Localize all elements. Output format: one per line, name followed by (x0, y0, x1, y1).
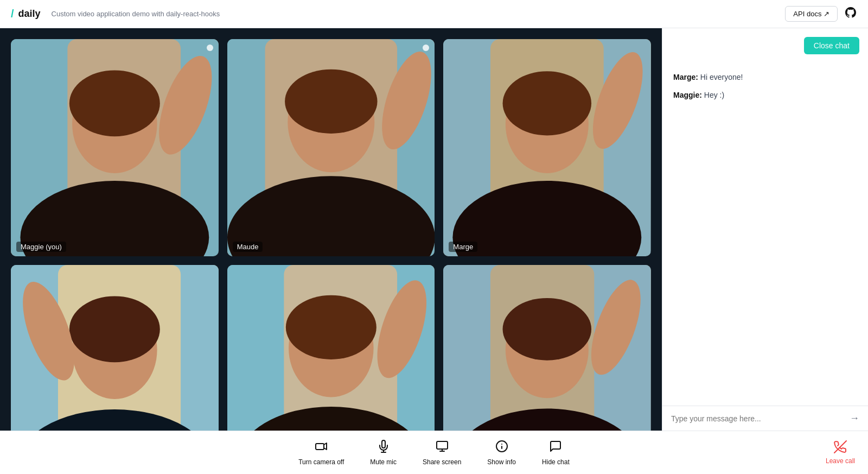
chat-sender-1: Marge: (673, 73, 700, 81)
chat-text-1: Hi everyone! (700, 73, 743, 81)
svg-rect-40 (437, 441, 448, 449)
person-svg-maude (227, 39, 435, 256)
mic-button[interactable]: Mute mic (370, 440, 397, 466)
svg-point-4 (69, 70, 160, 136)
share-screen-label: Share screen (423, 458, 461, 466)
video-label-marge: Marge (449, 242, 477, 252)
logo-slash: / (11, 8, 14, 20)
video-tile-bart: Bart (227, 265, 435, 431)
chat-message-2: Maggie: Hey :) (673, 90, 857, 101)
leave-call-button[interactable]: Leave call (826, 440, 855, 465)
header: /daily Custom video application demo wit… (0, 0, 868, 28)
show-info-label: Show info (487, 458, 516, 466)
chat-text-2: Hey :) (704, 91, 724, 99)
chat-panel: Close chat Marge: Hi everyone! Maggie: H… (662, 28, 868, 431)
chat-header: Close chat (662, 28, 868, 63)
video-bg-jeff (443, 265, 651, 431)
video-bg-marge (443, 39, 651, 256)
person-svg-jeff (443, 265, 651, 431)
share-screen-icon (436, 440, 449, 456)
video-bg-maude (227, 39, 435, 256)
video-bg-maggie (11, 39, 219, 256)
video-label-maggie: Maggie (you) (16, 242, 66, 252)
video-grid: Maggie (you) Maude (11, 39, 651, 431)
video-area: Maggie (you) Maude (0, 28, 662, 431)
toolbar-wrapper: Turn camera off Mute mic Share screen (0, 440, 868, 466)
github-icon (844, 6, 857, 19)
leave-call-icon (834, 440, 847, 455)
toolbar-right: Leave call (826, 440, 855, 465)
hide-chat-button[interactable]: Hide chat (542, 440, 570, 466)
share-screen-button[interactable]: Share screen (423, 440, 461, 466)
camera-label: Turn camera off (298, 458, 344, 466)
chat-messages: Marge: Hi everyone! Maggie: Hey :) (662, 63, 868, 406)
api-docs-button[interactable]: API docs ↗ (785, 6, 838, 22)
video-tile-maude: Maude (227, 39, 435, 256)
svg-rect-36 (316, 444, 324, 450)
leave-call-label: Leave call (826, 457, 855, 465)
dot-indicator-maggie (207, 45, 213, 51)
chat-input-area: → (662, 406, 868, 431)
camera-icon (315, 440, 328, 456)
close-chat-button[interactable]: Close chat (804, 37, 859, 54)
camera-button[interactable]: Turn camera off (298, 440, 344, 466)
header-subtitle: Custom video application demo with daily… (52, 10, 220, 18)
github-button[interactable] (844, 6, 857, 22)
mic-icon (377, 440, 390, 456)
show-info-button[interactable]: Show info (487, 440, 516, 466)
video-tile-jeff: Jeff (443, 265, 651, 431)
main: Maggie (you) Maude (0, 28, 868, 431)
person-svg-bart (227, 265, 435, 431)
toolbar: Turn camera off Mute mic Share screen (0, 431, 868, 474)
video-label-maude: Maude (233, 242, 263, 252)
header-right: API docs ↗ (785, 6, 857, 22)
svg-point-16 (503, 71, 591, 135)
chat-input[interactable] (671, 414, 845, 423)
svg-point-10 (285, 69, 377, 134)
svg-point-34 (503, 298, 591, 361)
person-svg-lisa (11, 265, 219, 431)
person-svg-marge (443, 39, 651, 256)
video-bg-lisa (11, 265, 219, 431)
svg-point-28 (286, 295, 376, 359)
logo-text: daily (18, 8, 41, 20)
person-svg (11, 39, 219, 256)
video-tile-marge: Marge (443, 39, 651, 256)
svg-point-22 (69, 296, 160, 362)
svg-marker-37 (324, 443, 327, 450)
chat-icon (549, 440, 562, 456)
toolbar-center: Turn camera off Mute mic Share screen (298, 440, 570, 466)
video-tile-maggie: Maggie (you) (11, 39, 219, 256)
info-icon (495, 440, 508, 456)
send-icon: → (850, 413, 859, 424)
hide-chat-label: Hide chat (542, 458, 570, 466)
mic-label: Mute mic (370, 458, 397, 466)
chat-send-button[interactable]: → (850, 413, 859, 424)
video-bg-bart (227, 265, 435, 431)
chat-sender-2: Maggie: (673, 91, 704, 99)
video-tile-lisa: Lisa (11, 265, 219, 431)
logo-area: /daily (11, 8, 41, 20)
chat-message-1: Marge: Hi everyone! (673, 72, 857, 83)
